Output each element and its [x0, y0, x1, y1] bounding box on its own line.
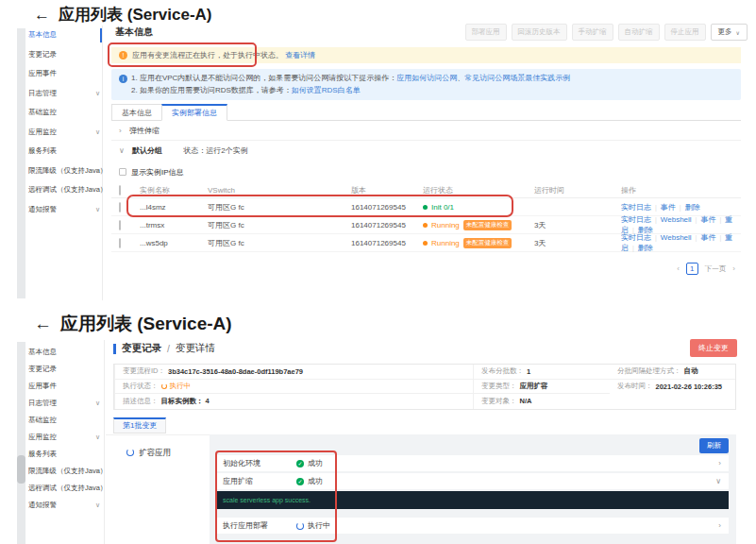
back-icon[interactable]: ← [34, 6, 50, 25]
sidebar-item[interactable]: 变更记录 [28, 45, 102, 65]
health-check-badge: 未配置健康检查 [463, 238, 512, 248]
instance-vswitch: 可用区G fc [208, 220, 351, 230]
row-checkbox[interactable] [119, 220, 121, 230]
sidebar-item[interactable]: 远程调试（仅支持Java） [28, 480, 102, 497]
tab[interactable]: 实例部署信息 [161, 104, 227, 121]
step-row[interactable]: 初始化环境 成功 › [215, 455, 729, 471]
sidebar-item[interactable]: 限流降级（仅支持Java） ∨ [28, 162, 102, 181]
step-row[interactable]: 应用扩缩 成功 ∨ [215, 473, 729, 489]
table-row: ...ws5dp 可用区G fc 1614071269545 Running 未… [111, 234, 741, 252]
sidebar-item[interactable]: 应用事件 [28, 64, 102, 84]
elastic-scaling-row[interactable]: › 弹性伸缩 [111, 121, 741, 141]
instance-name: ...trmsx [140, 221, 208, 230]
notice-link-best-practice[interactable]: 常见访问公网场景最佳实践示例 [464, 74, 570, 82]
info-cell: 发布时间： 2021-02-26 10:26:35 [610, 380, 735, 395]
instance-vswitch: 可用区G fc [208, 238, 351, 248]
sidebar-item-label: 通知报警 [28, 501, 57, 509]
instance-status: Running 未配置健康检查 [423, 220, 534, 230]
info-label: 描述信息： [123, 397, 159, 406]
refresh-button[interactable]: 刷新 [699, 438, 729, 453]
step-log-console: scale serverless app success. [215, 491, 729, 509]
disabled-action-button[interactable]: 停止应用 [664, 24, 706, 41]
spinner-icon [161, 383, 167, 389]
chevron-icon: › [718, 521, 721, 530]
sidebar-item[interactable]: 基础监控 [28, 103, 102, 123]
row-action-link[interactable]: 实时日志 [621, 215, 651, 224]
sidebar-item[interactable]: 应用事件 [28, 378, 102, 395]
sidebar-item[interactable]: 日志管理 ∨ [28, 84, 102, 104]
disabled-action-button[interactable]: 自动扩缩 [618, 24, 660, 41]
notice-link-rds-whitelist[interactable]: 如何设置RDS白名单 [292, 86, 361, 94]
sidebar-item-label: 服务列表 [28, 146, 57, 155]
sidebar-item[interactable]: 通知报警 ∨ [28, 200, 102, 220]
instance-name: ...ws5dp [140, 239, 208, 247]
steps-list: 初始化环境 成功 › 应用扩缩 成功 ∨ [215, 455, 729, 534]
sidebar-item[interactable]: 日志管理 ∨ [28, 395, 102, 412]
sidebar-item[interactable]: 变更记录 [28, 361, 102, 378]
batch-tab[interactable]: 第1批变更 [113, 417, 166, 434]
step-status-icon [296, 522, 304, 530]
row-checkbox[interactable] [119, 238, 121, 248]
select-all-checkbox[interactable] [119, 185, 121, 196]
info-label: 变更对象： [481, 397, 517, 406]
sidebar-divider [102, 26, 103, 300]
steps-panel: 刷新 初始化环境 成功 › 应用扩 [210, 434, 736, 544]
sidebar-item-label: 服务列表 [28, 450, 57, 458]
sidebar-item[interactable]: 远程调试（仅支持Java） [28, 180, 102, 200]
sidebar-item[interactable]: 服务列表 [28, 142, 102, 162]
row-action-link[interactable]: 删除 [676, 203, 700, 212]
group-name: 默认分组 [132, 146, 162, 155]
row-action-link[interactable]: Webshell [651, 233, 692, 242]
row-action-link[interactable]: Webshell [651, 215, 692, 224]
accent-bar [113, 344, 116, 354]
row-action-link[interactable]: 事件 [692, 233, 716, 242]
step-name: 初始化环境 [223, 458, 296, 468]
info-cell: 变更流程ID： 3b34c17c-3516-48a0-8dae-0df119b7… [114, 365, 473, 380]
show-ip-checkbox[interactable] [119, 168, 126, 176]
default-group-row[interactable]: ∨ 默认分组 状态：运行2个实例 [111, 141, 741, 161]
info-icon: i [119, 75, 127, 83]
next-page-icon[interactable]: › [732, 264, 735, 273]
sidebar-item[interactable]: 应用监控 ∨ [28, 429, 102, 446]
prev-page-icon[interactable]: ‹ [677, 264, 680, 273]
scrollbar-thumb[interactable] [17, 455, 25, 484]
row-checkbox[interactable] [119, 202, 121, 212]
sidebar-item[interactable]: 应用监控 ∨ [28, 123, 102, 143]
vpc-notice: i1. 应用在VPC内默认是不能访问公网的，如果需要访问公网请按以下提示操作：应… [111, 69, 741, 100]
left-scroll-strip[interactable] [17, 28, 25, 298]
step: 初始化环境 成功 › [215, 455, 729, 471]
chevron-down-icon: ∨ [95, 395, 100, 412]
sidebar-item[interactable]: 限流降级（仅支持Java） ∨ [28, 463, 102, 480]
row-action-link[interactable]: 删除 [629, 244, 653, 252]
disabled-action-button[interactable]: 手动扩缩 [572, 24, 613, 41]
sidebar-divider [104, 340, 105, 544]
sidebar-item[interactable]: 基本信息 [28, 344, 102, 361]
info-cell: 发布分批数： 1 [473, 365, 610, 380]
status-text: Running [431, 239, 460, 247]
disabled-action-button[interactable]: 回滚历史版本 [512, 24, 567, 41]
step-row[interactable]: 执行应用部署 执行中 › [215, 518, 729, 534]
tab[interactable]: 基本信息 [111, 104, 162, 121]
row-action-link[interactable]: 实时日志 [621, 203, 651, 212]
row-action-link[interactable]: 实时日志 [621, 233, 651, 242]
row-action-link[interactable]: 事件 [692, 215, 716, 224]
view-details-link[interactable]: 查看详情 [285, 50, 315, 60]
row-action-link[interactable]: 事件 [651, 203, 676, 212]
sidebar-item[interactable]: 服务列表 [28, 446, 102, 463]
next-page-label[interactable]: 下一页 [705, 264, 727, 274]
sidebar-item[interactable]: 基本信息 [28, 26, 102, 45]
disabled-action-button[interactable]: 部署应用 [465, 24, 507, 41]
back-icon[interactable]: ← [34, 314, 52, 334]
left-scroll-strip[interactable] [17, 342, 25, 544]
sidebar-item-label: 日志管理 [28, 399, 57, 407]
more-button[interactable]: 更多 ∨ [711, 24, 748, 41]
chevron-down-icon: ∨ [95, 123, 100, 143]
info-value: 目标实例数： 4 [161, 397, 210, 406]
breadcrumb-change-records[interactable]: 变更记录 [122, 342, 161, 355]
terminate-change-button[interactable]: 终止变更 [690, 339, 737, 357]
current-page[interactable]: 1 [686, 263, 698, 275]
sidebar-item[interactable]: 基础监控 [28, 412, 102, 429]
info-label: 变更类型： [481, 382, 517, 391]
sidebar-item[interactable]: 通知报警 ∨ [28, 497, 102, 514]
notice-link-public-net[interactable]: 应用如何访问公网 [396, 74, 457, 82]
